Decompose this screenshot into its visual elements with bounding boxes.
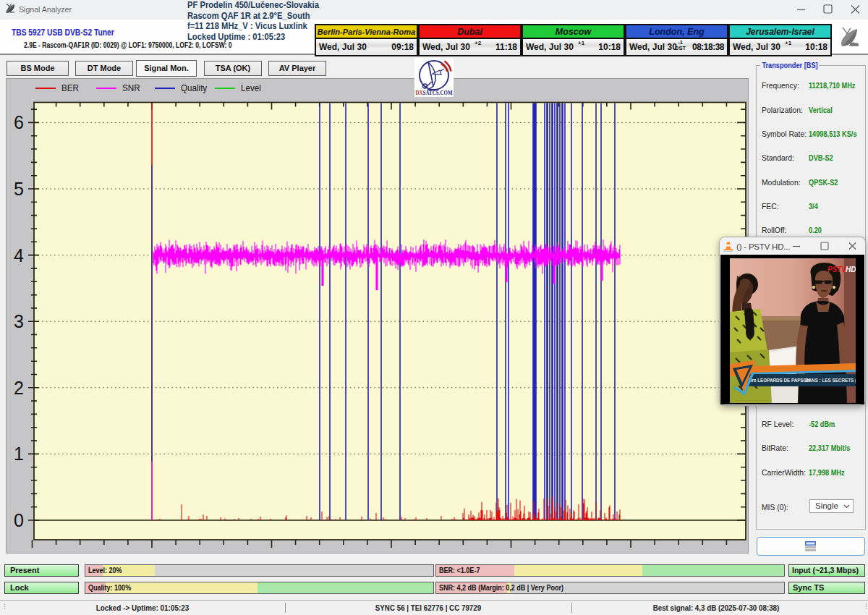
svg-text:DXSATCS.COM: DXSATCS.COM [416, 90, 453, 96]
svg-text:4: 4 [14, 245, 24, 266]
svg-text:2: 2 [14, 378, 24, 398]
svg-text:6: 6 [14, 112, 24, 132]
svg-text:0: 0 [14, 510, 24, 530]
svg-text:Drs LEOPARDS DE PAPSON: Drs LEOPARDS DE PAPSON [749, 378, 811, 383]
svg-text:3: 3 [14, 311, 24, 331]
svg-text:PSTV: PSTV [827, 266, 847, 273]
svg-text:1: 1 [14, 444, 24, 464]
svg-text:DANS : LES SECRETS ((+24382537: DANS : LES SECRETS ((+24382537 [805, 378, 856, 383]
svg-text:HD: HD [846, 266, 856, 273]
svg-text:5: 5 [14, 179, 24, 199]
